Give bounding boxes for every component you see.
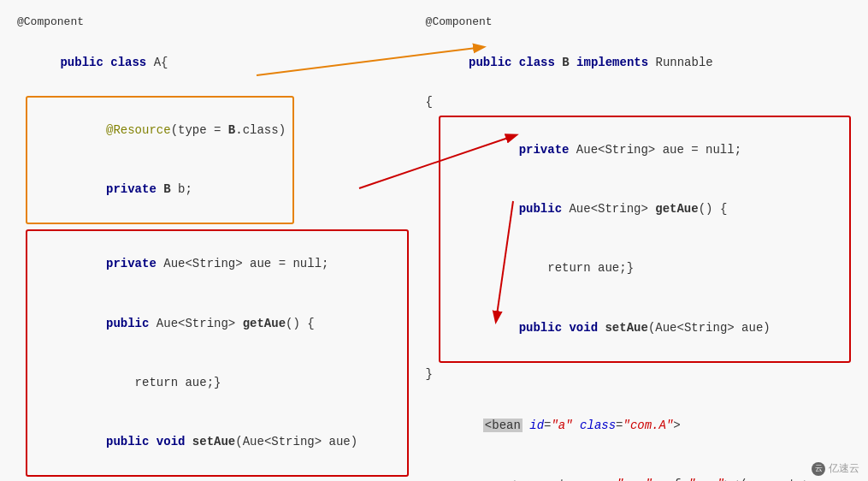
watermark-icon: 云 [812, 462, 825, 476]
right-open-brace: { [426, 92, 851, 112]
left-panel: @Component public class A{ @Resource(typ… [9, 9, 417, 472]
watermark-text: 亿速云 [829, 461, 859, 476]
right-class-decl: public class B implements Runnable [426, 33, 851, 92]
right-close-brace: } [426, 365, 851, 384]
red-box-left: private Aue<String> aue = null; public A… [26, 229, 409, 477]
xml-bean-a: <bean id="a" class="com.A"> [426, 396, 851, 455]
right-annotation: @Component [426, 13, 851, 31]
right-red-line1: private Aue<String> aue = null; [447, 121, 842, 180]
left-red-line4: public void setAue(Aue<String> aue) [34, 413, 400, 472]
left-class-decl: public class A{ [17, 33, 409, 92]
left-red-line2: public Aue<String> getAue() { [34, 294, 400, 353]
left-red-line1: private Aue<String> aue = null; [34, 235, 400, 294]
orange-box: @Resource(type = B.class) private B b; [26, 96, 294, 225]
red-box-right: private Aue<String> aue = null; public A… [439, 116, 851, 363]
resource-line: @Resource(type = B.class) [34, 101, 286, 160]
right-panel: @Component public class B implements Run… [417, 9, 859, 472]
private-b-line: private B b; [34, 160, 286, 219]
xml-prop-a: <property name="aue" ref="aue"></propert… [452, 455, 851, 481]
right-red-line4: public void setAue(Aue<String> aue) [447, 299, 842, 358]
left-annotation: @Component [17, 13, 409, 31]
main-container: @Component public class A{ @Resource(typ… [0, 0, 868, 481]
left-red-line3: return aue;} [34, 353, 400, 413]
watermark: 云 亿速云 [812, 461, 859, 476]
xml-section: <bean id="a" class="com.A"> <property na… [426, 396, 851, 481]
right-red-line2: public Aue<String> getAue() { [447, 180, 842, 239]
right-red-line3: return aue;} [447, 239, 842, 298]
